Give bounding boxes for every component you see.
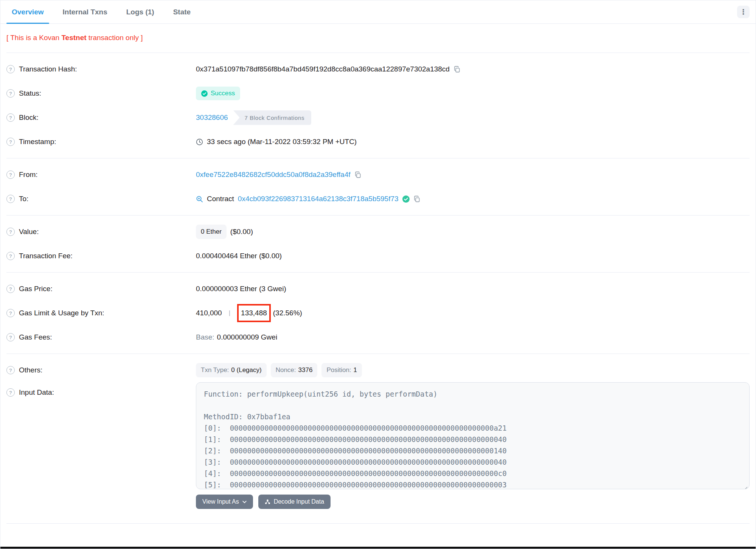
input-buttons-row: View Input As Decode Input Data bbox=[196, 495, 750, 509]
verified-check-icon bbox=[402, 195, 410, 203]
help-icon[interactable]: ? bbox=[6, 388, 15, 397]
help-icon[interactable]: ? bbox=[6, 113, 15, 122]
view-input-as-button[interactable]: View Input As bbox=[196, 495, 253, 509]
block-number-link[interactable]: 30328606 bbox=[196, 113, 228, 122]
row-label-text: Input Data: bbox=[19, 388, 54, 397]
timestamp-value: 33 secs ago (Mar-11-2022 03:59:32 PM +UT… bbox=[207, 138, 357, 146]
row-label-text: Gas Limit & Usage by Txn: bbox=[19, 309, 104, 317]
row-to: ? To: Contract 0x4cb093f226983713164a621… bbox=[0, 187, 756, 211]
row-status: ? Status: Success bbox=[0, 81, 756, 105]
help-icon[interactable]: ? bbox=[6, 138, 15, 146]
annotation-red-box: 133,488 bbox=[237, 304, 271, 322]
pill-value: 3376 bbox=[298, 366, 313, 374]
help-icon[interactable]: ? bbox=[6, 195, 15, 203]
copy-icon[interactable] bbox=[354, 171, 362, 178]
block-confirmations-badge: 7 Block Confirmations bbox=[233, 110, 312, 125]
testnet-notice: [ This is a Kovan Testnet transaction on… bbox=[6, 34, 750, 42]
value-ether-badge: 0 Ether bbox=[196, 225, 227, 239]
tab-bar: Overview Internal Txns Logs (1) State ⋮ bbox=[0, 0, 756, 24]
help-icon[interactable]: ? bbox=[6, 285, 15, 293]
row-label-text: To: bbox=[19, 195, 28, 203]
decode-input-data-button[interactable]: Decode Input Data bbox=[258, 495, 331, 509]
input-data-textarea[interactable]: Function: performUpkeep(uint256 id, byte… bbox=[196, 382, 750, 489]
help-icon[interactable]: ? bbox=[6, 89, 15, 98]
section-parties: ? From: 0xfee7522e8482682cf50ddc50a0f8da… bbox=[0, 158, 756, 215]
help-icon[interactable]: ? bbox=[6, 171, 15, 179]
input-data-line: [1]: 00000000000000000000000000000000000… bbox=[204, 434, 742, 445]
copy-icon[interactable] bbox=[453, 66, 461, 73]
input-data-line: Function: performUpkeep(uint256 id, byte… bbox=[204, 388, 742, 400]
check-circle-icon bbox=[201, 90, 208, 97]
resize-grip-icon[interactable] bbox=[742, 482, 748, 487]
to-address-link[interactable]: 0x4cb093f226983713164a62138c3f718a5b595f… bbox=[238, 195, 399, 203]
gas-limit-value: 410,000 bbox=[196, 309, 222, 317]
row-label-text: Value: bbox=[19, 228, 39, 236]
bottom-black-bar bbox=[0, 547, 756, 549]
kebab-menu-icon: ⋮ bbox=[740, 8, 747, 16]
row-gas-limit-usage: ? Gas Limit & Usage by Txn: 410,000 | 13… bbox=[0, 301, 756, 325]
row-value: ? Value: 0 Ether ($0.00) bbox=[0, 220, 756, 244]
input-data-line bbox=[204, 400, 742, 411]
row-from: ? From: 0xfee7522e8482682cf50ddc50a0f8da… bbox=[0, 163, 756, 187]
row-label-text: Gas Fees: bbox=[19, 333, 52, 341]
row-input-data: ? Input Data: Function: performUpkeep(ui… bbox=[0, 382, 756, 509]
notice-text-2: transaction only ] bbox=[87, 34, 143, 42]
bottom-spacer bbox=[0, 513, 756, 523]
input-data-line: [2]: 00000000000000000000000000000000000… bbox=[204, 445, 742, 456]
gas-fees-base-label: Base: bbox=[196, 333, 214, 341]
help-icon[interactable]: ? bbox=[6, 366, 15, 374]
value-usd: ($0.00) bbox=[230, 228, 253, 236]
from-address-link[interactable]: 0xfee7522e8482682cf50ddc50a0f8da2a39effa… bbox=[196, 171, 351, 179]
pill-value: 0 (Legacy) bbox=[231, 366, 261, 374]
tab-logs[interactable]: Logs (1) bbox=[121, 0, 160, 23]
row-label-text: Transaction Hash: bbox=[19, 65, 77, 73]
transaction-fee-value: 0.000400464 Ether ($0.00) bbox=[196, 252, 282, 260]
input-data-line: [5]: 00000000000000000000000000000000000… bbox=[204, 479, 742, 489]
view-input-as-label: View Input As bbox=[202, 498, 239, 505]
input-data-line: [4]: 00000000000000000000000000000000000… bbox=[204, 468, 742, 479]
row-gas-price: ? Gas Price: 0.000000003 Ether (3 Gwei) bbox=[0, 277, 756, 301]
decode-icon bbox=[265, 499, 270, 505]
position-pill: Position: 1 bbox=[321, 363, 362, 377]
decode-input-data-label: Decode Input Data bbox=[274, 498, 324, 505]
help-icon[interactable]: ? bbox=[6, 333, 15, 341]
row-timestamp: ? Timestamp: 33 secs ago (Mar-11-2022 03… bbox=[0, 130, 756, 154]
zoom-in-magnifier-icon[interactable] bbox=[196, 195, 203, 203]
txn-type-pill: Txn Type: 0 (Legacy) bbox=[196, 363, 267, 377]
tab-state[interactable]: State bbox=[168, 0, 196, 23]
row-label-text: Transaction Fee: bbox=[19, 252, 73, 260]
row-label-text: Timestamp: bbox=[19, 138, 56, 146]
section-others-input: ? Others: Txn Type: 0 (Legacy) Nonce: 33… bbox=[0, 354, 756, 513]
nonce-pill: Nonce: 3376 bbox=[271, 363, 318, 377]
gas-used-percent: (32.56%) bbox=[273, 309, 302, 317]
row-transaction-hash: ? Transaction Hash: 0x371a51097fb78df856… bbox=[0, 57, 756, 81]
row-label-text: Block: bbox=[19, 113, 39, 122]
section-value: ? Value: 0 Ether ($0.00) ? Transaction F… bbox=[0, 216, 756, 272]
row-gas-fees: ? Gas Fees: Base: 0.000000009 Gwei bbox=[0, 325, 756, 349]
input-data-line: [3]: 00000000000000000000000000000000000… bbox=[204, 456, 742, 468]
notice-text: [ This is a Kovan bbox=[6, 34, 61, 42]
tab-internal-txns[interactable]: Internal Txns bbox=[57, 0, 113, 23]
help-icon[interactable]: ? bbox=[6, 65, 15, 73]
help-icon[interactable]: ? bbox=[6, 309, 15, 317]
pill-key: Txn Type: bbox=[201, 366, 229, 374]
row-label-text: Status: bbox=[19, 89, 41, 98]
gas-price-value: 0.000000003 Ether (3 Gwei) bbox=[196, 285, 286, 293]
clock-icon bbox=[196, 138, 203, 146]
gas-limit-separator: | bbox=[229, 309, 230, 317]
section-gas: ? Gas Price: 0.000000003 Ether (3 Gwei) … bbox=[0, 273, 756, 354]
gas-fees-base-value: 0.000000009 Gwei bbox=[217, 333, 278, 341]
help-icon[interactable]: ? bbox=[6, 252, 15, 260]
tab-overview[interactable]: Overview bbox=[6, 0, 49, 23]
input-data-line: [0]: 00000000000000000000000000000000000… bbox=[204, 422, 742, 434]
row-transaction-fee: ? Transaction Fee: 0.000400464 Ether ($0… bbox=[0, 244, 756, 268]
pill-key: Position: bbox=[326, 366, 351, 374]
copy-icon[interactable] bbox=[413, 195, 421, 203]
help-icon[interactable]: ? bbox=[6, 228, 15, 236]
row-label-text: Others: bbox=[19, 366, 42, 374]
pill-value: 1 bbox=[354, 366, 357, 374]
status-badge: Success bbox=[196, 87, 240, 100]
kebab-menu-button[interactable]: ⋮ bbox=[737, 6, 750, 18]
to-contract-label: Contract bbox=[207, 195, 234, 203]
chevron-down-icon bbox=[242, 501, 247, 503]
